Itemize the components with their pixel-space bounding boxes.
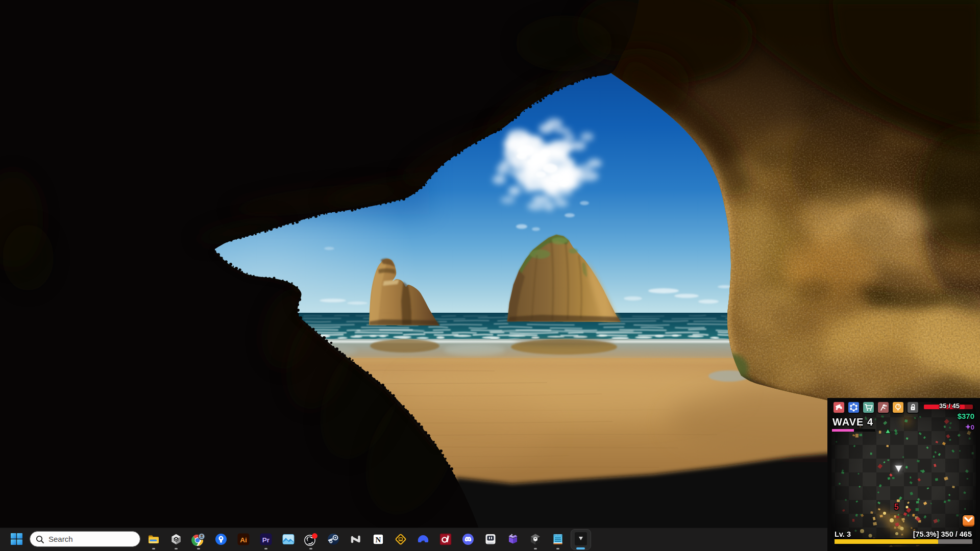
svg-text:Ai: Ai bbox=[240, 536, 247, 544]
svg-text:Pr: Pr bbox=[262, 536, 270, 544]
svg-text:N: N bbox=[376, 536, 381, 544]
